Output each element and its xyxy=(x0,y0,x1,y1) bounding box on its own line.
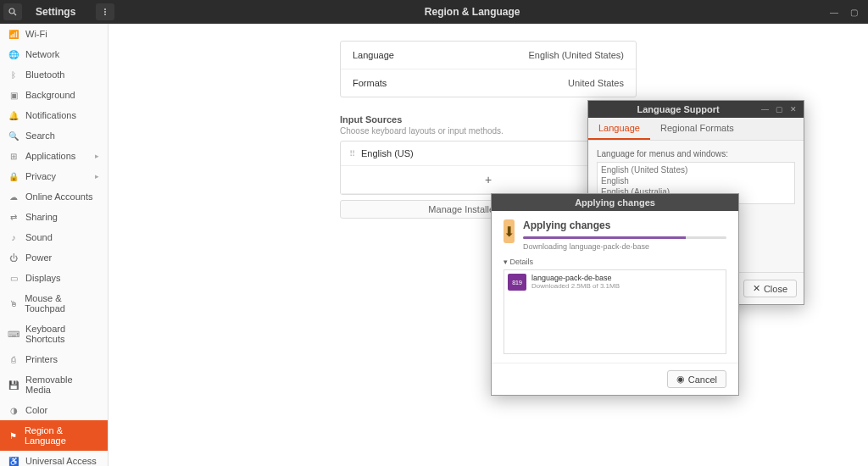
sidebar-item-printers[interactable]: ⎙Printers xyxy=(0,349,108,369)
dialog-title: Applying changes xyxy=(498,197,732,208)
hamburger-menu-button[interactable] xyxy=(96,3,114,20)
drag-handle-icon[interactable]: ⠿ xyxy=(349,149,354,158)
maximize-icon[interactable]: ▢ xyxy=(776,105,783,114)
cancel-button[interactable]: ◉ Cancel xyxy=(667,370,726,388)
chevron-right-icon: ▸ xyxy=(95,152,99,160)
mouse-icon: 🖱 xyxy=(8,299,18,308)
sidebar-item-universal-access[interactable]: ♿Universal Access xyxy=(0,451,108,466)
input-source-name: English (US) xyxy=(361,148,414,158)
sidebar-item-label: Mouse & Touchpad xyxy=(25,293,99,313)
color-icon: ◑ xyxy=(8,406,19,415)
sidebar-item-sharing[interactable]: ⇄Sharing xyxy=(0,207,108,227)
sidebar-item-label: Background xyxy=(25,90,75,100)
sidebar-item-online-accounts[interactable]: ☁Online Accounts xyxy=(0,186,108,207)
package-icon: 819 xyxy=(508,274,526,291)
search-button[interactable] xyxy=(3,3,22,20)
power-icon: ⏻ xyxy=(8,253,19,263)
sidebar-item-label: Bluetooth xyxy=(25,69,64,80)
sidebar-item-privacy[interactable]: 🔒Privacy▸ xyxy=(0,166,108,186)
printer-icon: ⎙ xyxy=(8,355,19,364)
cancel-icon: ◉ xyxy=(676,374,685,385)
share-icon: ⇄ xyxy=(8,213,19,222)
apps-icon: ⊞ xyxy=(8,152,19,161)
sidebar-item-network[interactable]: 🌐Network xyxy=(0,44,108,64)
sidebar-item-bluetooth[interactable]: ᛒBluetooth xyxy=(0,64,108,85)
sidebar-item-search[interactable]: 🔍Search xyxy=(0,125,108,146)
formats-value: United States xyxy=(568,78,624,88)
applying-heading: Applying changes xyxy=(523,219,726,231)
language-formats-card: Language English (United States) Formats… xyxy=(340,41,637,97)
sidebar-item-notifications[interactable]: 🔔Notifications xyxy=(0,105,108,125)
titlebar: Settings Region & Language — ▢ xyxy=(0,0,868,24)
sidebar-item-label: Removable Media xyxy=(25,374,99,395)
sidebar-item-mouse-touchpad[interactable]: 🖱Mouse & Touchpad xyxy=(0,288,108,319)
svg-point-4 xyxy=(104,14,106,15)
details-box: 819 language-pack-de-base Downloaded 2.5… xyxy=(504,269,726,354)
sidebar-item-label: Notifications xyxy=(25,110,76,120)
sidebar-item-label: Applications xyxy=(25,151,75,161)
sidebar-item-label: Sharing xyxy=(25,212,58,222)
details-toggle[interactable]: ▾ Details xyxy=(504,258,726,266)
language-list-item[interactable]: English xyxy=(601,175,791,186)
search-icon: 🔍 xyxy=(8,131,19,141)
sidebar: 📶Wi-Fi🌐NetworkᛒBluetooth▣Background🔔Noti… xyxy=(0,24,108,466)
wifi-icon: 📶 xyxy=(8,30,19,39)
formats-label: Formats xyxy=(353,78,387,88)
dialog-titlebar[interactable]: Applying changes xyxy=(492,194,738,211)
globe-icon: 🌐 xyxy=(8,50,19,59)
download-icon: ⬇ xyxy=(504,219,515,243)
menus-windows-label: Language for menus and windows: xyxy=(597,149,795,158)
sidebar-item-label: Printers xyxy=(25,354,58,364)
sidebar-item-sound[interactable]: ♪Sound xyxy=(0,227,108,247)
package-status: Downloaded 2.5MB of 3.1MB xyxy=(531,282,620,290)
lock-icon: 🔒 xyxy=(8,172,19,181)
page-title: Region & Language xyxy=(114,6,830,18)
formats-row[interactable]: Formats United States xyxy=(341,69,636,97)
dialog-titlebar[interactable]: Language Support — ▢ ✕ xyxy=(588,101,804,118)
sidebar-item-label: Wi-Fi xyxy=(25,29,47,39)
cloud-icon: ☁ xyxy=(8,192,19,202)
sidebar-item-keyboard-shortcuts[interactable]: ⌨Keyboard Shortcuts xyxy=(0,319,108,349)
close-button[interactable]: ✕ Close xyxy=(743,280,797,297)
maximize-button[interactable]: ▢ xyxy=(850,8,858,17)
sidebar-item-wi-fi[interactable]: 📶Wi-Fi xyxy=(0,24,108,44)
applying-changes-dialog: Applying changes ⬇ Applying changes Down… xyxy=(491,193,739,396)
bt-icon: ᛒ xyxy=(8,70,19,80)
minimize-button[interactable]: — xyxy=(830,8,838,17)
close-x-icon: ✕ xyxy=(753,283,760,294)
sidebar-item-label: Sound xyxy=(25,232,53,242)
language-list-item[interactable]: English (United States) xyxy=(601,164,791,175)
sidebar-item-power[interactable]: ⏻Power xyxy=(0,247,108,268)
sidebar-item-background[interactable]: ▣Background xyxy=(0,85,108,105)
svg-point-0 xyxy=(9,8,14,14)
region-icon: ⚑ xyxy=(8,431,18,441)
sound-icon: ♪ xyxy=(8,233,19,242)
sidebar-item-displays[interactable]: ▭Displays xyxy=(0,268,108,288)
sidebar-item-label: Region & Language xyxy=(25,425,99,446)
sidebar-item-label: Universal Access xyxy=(25,456,97,466)
language-row[interactable]: Language English (United States) xyxy=(341,42,636,69)
sidebar-item-applications[interactable]: ⊞Applications▸ xyxy=(0,146,108,166)
chevron-right-icon: ▸ xyxy=(95,172,99,180)
sidebar-item-label: Color xyxy=(25,405,47,415)
sidebar-item-label: Keyboard Shortcuts xyxy=(25,324,99,344)
minimize-icon[interactable]: — xyxy=(761,105,769,114)
access-icon: ♿ xyxy=(8,457,19,466)
svg-line-1 xyxy=(14,14,17,16)
progress-bar xyxy=(523,236,726,239)
sidebar-item-label: Displays xyxy=(25,273,61,283)
sidebar-item-region-language[interactable]: ⚑Region & Language xyxy=(0,420,108,451)
sidebar-item-color[interactable]: ◑Color xyxy=(0,400,108,420)
bg-icon: ▣ xyxy=(8,91,19,100)
close-icon[interactable]: ✕ xyxy=(790,105,797,114)
downloading-text: Downloading language-pack-de-base xyxy=(523,242,726,251)
tab-language[interactable]: Language xyxy=(588,118,650,140)
package-name: language-pack-de-base xyxy=(531,274,620,282)
app-title: Settings xyxy=(36,6,75,18)
sidebar-item-removable-media[interactable]: 💾Removable Media xyxy=(0,369,108,400)
bell-icon: 🔔 xyxy=(8,111,19,120)
media-icon: 💾 xyxy=(8,380,19,390)
sidebar-item-label: Power xyxy=(25,252,52,263)
svg-point-2 xyxy=(104,8,106,10)
tab-regional-formats[interactable]: Regional Formats xyxy=(650,118,744,140)
